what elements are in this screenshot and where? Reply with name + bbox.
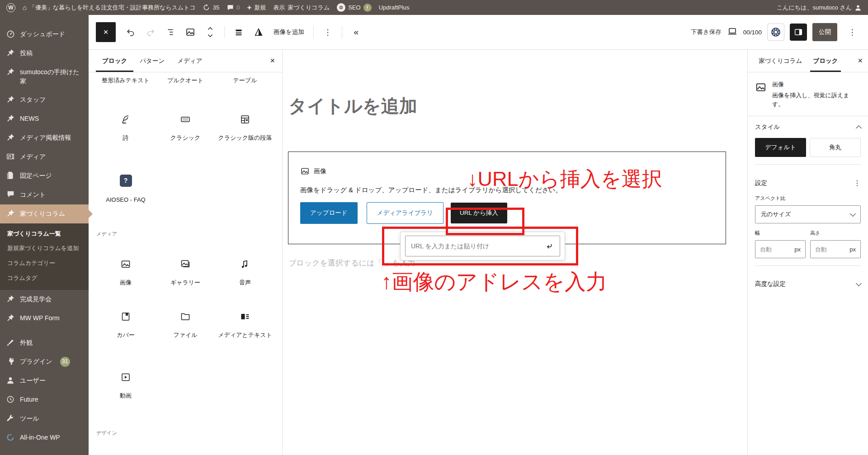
tab-media[interactable]: メディア xyxy=(171,50,208,72)
url-input-field[interactable] xyxy=(405,236,560,256)
sidebar-item-comments[interactable]: コメント xyxy=(0,185,89,204)
tab-patterns[interactable]: パターン xyxy=(133,50,171,72)
settings-options-icon[interactable]: ⋮ xyxy=(854,179,861,187)
image-block-type-icon[interactable] xyxy=(181,23,200,42)
sidebar-item-tools[interactable]: ツール xyxy=(0,409,89,428)
post-title-placeholder[interactable]: タイトルを追加 xyxy=(288,94,417,118)
classic-paragraph-icon xyxy=(240,114,250,125)
width-input[interactable] xyxy=(760,246,793,253)
upload-button[interactable]: アップロード xyxy=(300,202,358,224)
block-item-gallery[interactable]: ギャラリー xyxy=(156,259,215,287)
tab-block[interactable]: ブロック xyxy=(807,50,843,72)
sidebar-item-all-in-one-wp[interactable]: All-in-One WP xyxy=(0,428,89,447)
alignment-button[interactable] xyxy=(229,23,248,42)
sidebar-item-media[interactable]: メディア xyxy=(0,147,89,166)
sidebar-item-mw-wp-form[interactable]: MW WP Form xyxy=(0,309,89,328)
wordpress-logo-icon[interactable]: W xyxy=(6,3,15,12)
block-mover-buttons[interactable] xyxy=(201,23,220,42)
sidebar-item-dashboard[interactable]: ダッシュボード xyxy=(0,25,89,44)
height-field[interactable]: px xyxy=(810,240,861,258)
submenu-column-category[interactable]: コラムカテゴリー xyxy=(0,256,89,271)
block-item-media-text[interactable]: メディアとテキスト xyxy=(215,311,275,340)
block-item-classic-paragraph[interactable]: クラシック版の段落 xyxy=(215,114,275,142)
new-content-link[interactable]: + 新規 xyxy=(247,4,266,12)
new-label: 新規 xyxy=(254,4,266,12)
block-item-aioseo-faq[interactable]: ? AIOSEO - FAQ xyxy=(96,175,156,204)
width-field[interactable]: px xyxy=(755,240,806,258)
aspect-ratio-select[interactable]: 元のサイズ xyxy=(755,205,861,223)
updraftplus-menu[interactable]: UpdraftPlus xyxy=(379,4,410,11)
feather-icon xyxy=(120,114,131,125)
style-default-button[interactable]: デフォルト xyxy=(755,138,806,157)
block-item-file[interactable]: ファイル xyxy=(156,311,215,340)
sidebar-item-sumutoco-houses[interactable]: sumutocoの手掛けた家 xyxy=(0,63,89,90)
preview-device-icon[interactable] xyxy=(727,26,738,38)
sidebar-item-open-house[interactable]: 完成見学会 xyxy=(0,290,89,309)
duotone-filter-button[interactable] xyxy=(249,23,268,42)
block-item-cover[interactable]: カバー xyxy=(96,311,156,340)
style-rounded-button[interactable]: 角丸 xyxy=(810,138,861,157)
save-draft-button[interactable]: 下書き保存 xyxy=(691,28,722,36)
block-inserter-toggle-button[interactable]: × xyxy=(96,22,116,42)
sidebar-item-pages[interactable]: 固定ページ xyxy=(0,166,89,185)
block-item-pullquote[interactable]: プルクオート xyxy=(156,76,215,85)
inserter-close-icon[interactable]: × xyxy=(270,50,275,72)
add-image-button[interactable]: 画像を追加 xyxy=(269,23,309,42)
settings-sidebar-toggle-button[interactable] xyxy=(790,24,807,41)
height-input[interactable] xyxy=(815,246,848,253)
block-item-classic[interactable]: クラシック xyxy=(156,114,215,142)
paragraph-placeholder[interactable]: ブロックを選択するには「/」を入力 xyxy=(288,258,415,268)
settings-tabs: 家づくりコラム ブロック × xyxy=(748,50,868,72)
sidebar-item-future[interactable]: Future xyxy=(0,390,89,409)
settings-section-body: アスペクト比 元のサイズ 幅 px 高さ px xyxy=(748,195,868,273)
sidebar-item-media-coverage[interactable]: メディア掲載情報 xyxy=(0,128,89,147)
sidebar-item-appearance[interactable]: 外観 xyxy=(0,333,89,352)
submenu-column-tag[interactable]: コラムタグ xyxy=(0,271,89,286)
chevron-up-icon xyxy=(856,125,862,131)
aioseo-score-button[interactable] xyxy=(767,24,784,41)
view-post-link[interactable]: 表示 家づくりコラム xyxy=(273,4,330,12)
sidebar-item-users[interactable]: ユーザー xyxy=(0,371,89,390)
block-item-preformatted[interactable]: 整形済みテキスト xyxy=(96,76,156,85)
block-item-video[interactable]: 動画 xyxy=(96,372,156,400)
settings-close-icon[interactable]: × xyxy=(858,50,863,72)
image-block-placeholder[interactable]: 画像 画像をドラッグ & ドロップ、アップロード、またはライブラリから選択してく… xyxy=(288,152,726,244)
insert-from-url-button[interactable]: URL から挿入 xyxy=(451,203,507,223)
sidebar-item-staff[interactable]: スタッフ xyxy=(0,90,89,109)
styles-section-header[interactable]: スタイル xyxy=(748,116,868,138)
sidebar-item-plugins[interactable]: プラグイン 31 xyxy=(0,352,89,371)
block-options-button[interactable]: ⋮ xyxy=(318,23,337,42)
redo-button[interactable] xyxy=(141,23,160,42)
menu-separator xyxy=(0,328,89,333)
block-item-image[interactable]: 画像 xyxy=(96,259,156,287)
account-menu[interactable]: こんにちは、sumutoco さん xyxy=(777,4,862,12)
undo-button[interactable] xyxy=(121,23,140,42)
submenu-column-list[interactable]: 家づくりコラム一覧 xyxy=(0,227,89,242)
tab-blocks[interactable]: ブロック xyxy=(96,50,133,72)
block-item-verse[interactable]: 詩 xyxy=(96,114,156,142)
block-item-table[interactable]: テーブル xyxy=(215,76,275,85)
settings-section-header[interactable]: 設定 ⋮ xyxy=(748,172,868,194)
seo-gear-icon xyxy=(337,3,345,12)
site-link[interactable]: ⌂ 「優美」な暮らしを叶える注文住宅・設計事務所ならスムトコ xyxy=(23,4,196,12)
advanced-settings-header[interactable]: 高度な設定 xyxy=(748,273,868,295)
url-input[interactable] xyxy=(411,242,541,250)
updates-link[interactable]: 35 xyxy=(203,4,219,11)
seo-score: 00/100 xyxy=(743,29,762,36)
comments-link[interactable]: 0 xyxy=(226,4,240,11)
sidebar-item-column-active[interactable]: 家づくりコラム xyxy=(0,204,89,223)
media-library-icon xyxy=(6,152,15,161)
editor-options-button[interactable]: ⋮ xyxy=(843,23,862,42)
tab-post-type[interactable]: 家づくりコラム xyxy=(753,50,807,72)
list-view-button[interactable] xyxy=(161,23,180,42)
sidebar-item-news[interactable]: NEWS xyxy=(0,109,89,128)
publish-button[interactable]: 公開 xyxy=(812,23,837,41)
media-library-button[interactable]: メディアライブラリ xyxy=(367,202,443,224)
submit-url-icon[interactable] xyxy=(541,237,558,255)
image-block-title: 画像 xyxy=(314,167,326,175)
submenu-add-new-column[interactable]: 新規家づくりコラムを追加 xyxy=(0,241,89,256)
sidebar-item-posts[interactable]: 投稿 xyxy=(0,44,89,63)
seo-menu[interactable]: SEO ! xyxy=(337,3,371,12)
block-item-audio[interactable]: 音声 xyxy=(215,259,275,287)
collapse-toolbar-button[interactable]: « xyxy=(347,23,366,42)
